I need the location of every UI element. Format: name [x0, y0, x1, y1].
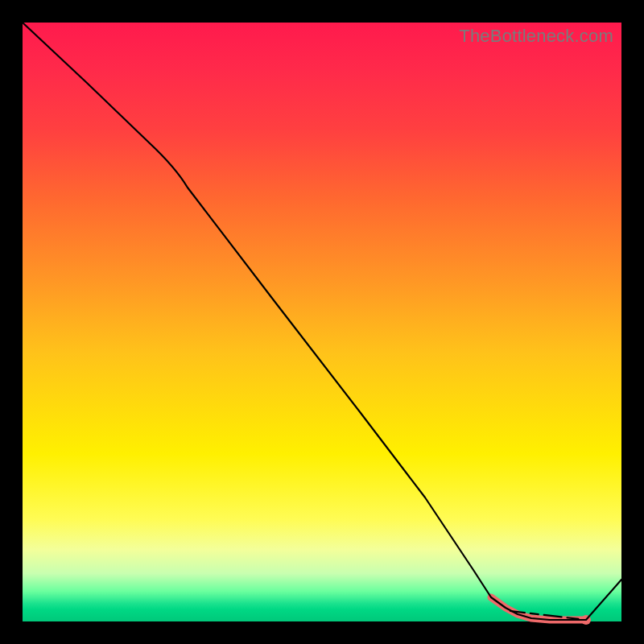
bottleneck-curve: [23, 23, 621, 620]
chart-frame: TheBottleneck.com: [0, 0, 644, 644]
optimal-range-highlight: [491, 597, 583, 620]
chart-svg: [23, 23, 621, 621]
plot-area: TheBottleneck.com: [23, 23, 621, 621]
